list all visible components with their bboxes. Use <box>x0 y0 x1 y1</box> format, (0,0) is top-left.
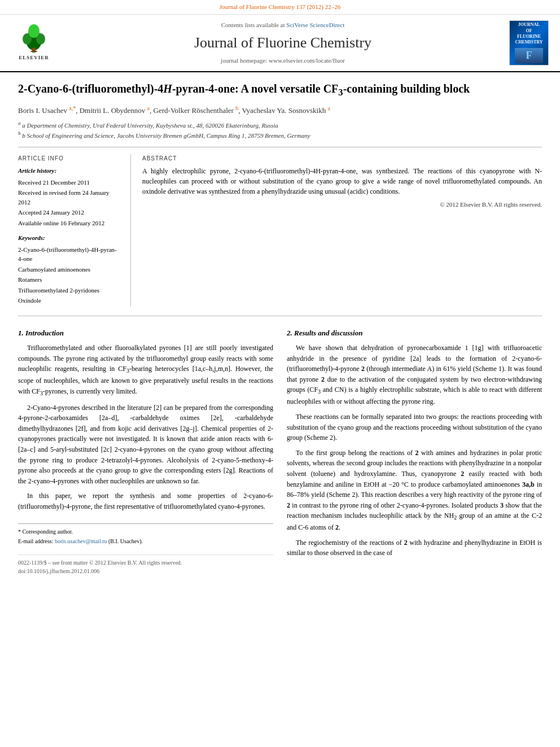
keyword-3: Rotamers <box>18 275 121 285</box>
journal-citation: Journal of Fluorine Chemistry 137 (2012)… <box>220 3 340 10</box>
journal-header-center: Contents lists available at SciVerse Sci… <box>65 20 500 65</box>
available-date: Available online 16 February 2012 <box>18 219 121 228</box>
svg-rect-6 <box>30 51 37 52</box>
sciverse-line: Contents lists available at SciVerse Sci… <box>65 20 500 30</box>
journal-citation-bar: Journal of Fluorine Chemistry 137 (2012)… <box>0 0 560 15</box>
affiliation-b: b b School of Engineering and Science, J… <box>18 130 542 140</box>
results-para-1: We have shown that dehydration of pyrone… <box>287 343 542 407</box>
keyword-4: Trifluoromethylated 2-pyridones <box>18 286 121 295</box>
results-heading: 2. Results and discussion <box>287 327 542 339</box>
svg-point-4 <box>28 24 40 38</box>
corresponding-author-note: * Corresponding author. <box>18 527 273 536</box>
sciverse-link[interactable]: SciVerse ScienceDirect <box>286 21 344 28</box>
article-info-column: ARTICLE INFO Article history: Received 2… <box>18 154 131 307</box>
abstract-text: A highly electrophilic pyrone, 2-cyano-6… <box>142 166 542 196</box>
article-history-heading: Article history: <box>18 166 121 176</box>
intro-heading: 1. Introduction <box>18 327 273 339</box>
journal-title: Journal of Fluorine Chemistry <box>65 32 500 54</box>
results-para-2: These reactions can be formally separate… <box>287 412 542 443</box>
intro-para-1: Trifluoromethylated and other fluoroalky… <box>18 343 273 398</box>
bottom-bar: 0022-1139/$ – see front matter © 2012 El… <box>18 554 273 579</box>
elsevier-logo: ELSEVIER <box>11 23 56 62</box>
elsevier-tree-icon <box>17 23 51 54</box>
intro-para-3: In this paper, we report the synthesis a… <box>18 491 273 512</box>
elsevier-text: ELSEVIER <box>19 54 49 62</box>
issn-line: 0022-1139/$ – see front matter © 2012 El… <box>18 558 273 567</box>
introduction-column: 1. Introduction Trifluoromethylated and … <box>18 325 273 579</box>
received-date: Received 21 December 2011 <box>18 178 121 187</box>
affiliations: a a Department of Chemistry, Ural Federa… <box>18 120 542 140</box>
article-title: 2-Cyano-6-(trifluoromethyl)-4H-pyran-4-o… <box>18 81 542 99</box>
copyright-line: © 2012 Elsevier B.V. All rights reserved… <box>142 200 542 209</box>
email-link[interactable]: boris.usachev@mail.ru <box>55 538 107 544</box>
keyword-2: Carbamoylated aminoenones <box>18 265 121 274</box>
journal-cover-image: JOURNALOFFLUORINECHEMISTRY F <box>509 20 549 65</box>
article-info-label: ARTICLE INFO <box>18 154 121 163</box>
keyword-5: Oxindole <box>18 296 121 305</box>
divider-1 <box>18 147 542 147</box>
svg-point-5 <box>32 47 36 51</box>
doi-line: doi:10.1016/j.jfluchem.2012.01.006 <box>18 567 273 575</box>
results-column: 2. Results and discussion We have shown … <box>287 325 542 579</box>
article-body: 2-Cyano-6-(trifluoromethyl)-4H-pyran-4-o… <box>0 72 560 316</box>
journal-homepage: journal homepage: www.elsevier.com/locat… <box>65 56 500 65</box>
main-content: 1. Introduction Trifluoromethylated and … <box>0 316 560 579</box>
main-two-column: 1. Introduction Trifluoromethylated and … <box>18 325 542 579</box>
email-note: E-mail address: boris.usachev@mail.ru (B… <box>18 537 273 545</box>
sciverse-prefix: Contents lists available at <box>221 21 286 28</box>
abstract-label: ABSTRACT <box>142 154 542 163</box>
homepage-text: journal homepage: www.elsevier.com/locat… <box>221 57 345 64</box>
journal-header: ELSEVIER Contents lists available at Sci… <box>0 15 560 72</box>
results-para-3: To the first group belong the reactions … <box>287 448 542 533</box>
authors-line: Boris I. Usachev a,*, Dmitrii L. Obydenn… <box>18 104 542 116</box>
abstract-column: ABSTRACT A highly electrophilic pyrone, … <box>142 154 542 307</box>
results-para-4: The regiochemistry of the reactions of 2… <box>287 538 542 558</box>
affiliation-a: a a Department of Chemistry, Ural Federa… <box>18 120 542 130</box>
footnote-section: * Corresponding author. E-mail address: … <box>18 523 273 545</box>
intro-para-2: 2-Cyano-4-pyrones described in the liter… <box>18 403 273 487</box>
keyword-1: 2-Cyano-6-(trifluoromethyl)-4H-pyran-4-o… <box>18 245 121 264</box>
keywords-heading: Keywords: <box>18 233 121 243</box>
revised-date: Received in revised form 24 January 2012 <box>18 188 121 207</box>
info-abstract-section: ARTICLE INFO Article history: Received 2… <box>18 154 542 307</box>
accepted-date: Accepted 24 January 2012 <box>18 208 121 217</box>
